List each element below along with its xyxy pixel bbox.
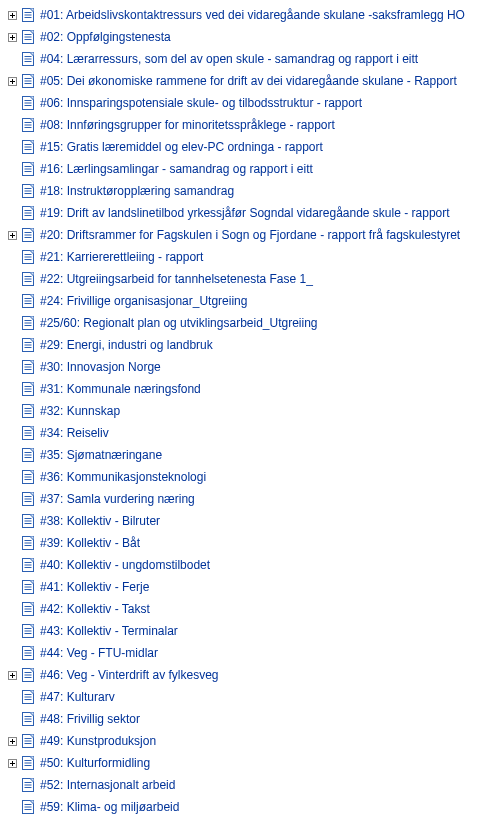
tree-item-label[interactable]: #36: Kommunikasjonsteknologi <box>40 466 206 488</box>
tree-item-label[interactable]: #04: Lærarressurs, som del av open skule… <box>40 48 418 70</box>
tree-item-label[interactable]: #34: Reiseliv <box>40 422 109 444</box>
expand-toggle <box>4 535 20 551</box>
tree-item: #44: Veg - FTU-midlar <box>4 642 496 664</box>
tree-item-label[interactable]: #32: Kunnskap <box>40 400 120 422</box>
expand-toggle <box>4 95 20 111</box>
expand-toggle[interactable] <box>4 733 20 749</box>
document-tree: #01: Arbeidslivskontaktressurs ved dei v… <box>4 4 496 814</box>
tree-item-label[interactable]: #20: Driftsrammer for Fagskulen i Sogn o… <box>40 224 460 246</box>
document-icon <box>20 777 36 793</box>
tree-item-label[interactable]: #08: Innføringsgrupper for minoritetsspr… <box>40 114 335 136</box>
tree-item-label[interactable]: #40: Kollektiv - ungdomstilbodet <box>40 554 210 576</box>
tree-item: #36: Kommunikasjonsteknologi <box>4 466 496 488</box>
tree-item-label[interactable]: #50: Kulturformidling <box>40 752 150 774</box>
tree-item: #34: Reiseliv <box>4 422 496 444</box>
tree-item-label[interactable]: #01: Arbeidslivskontaktressurs ved dei v… <box>40 4 465 26</box>
plus-icon <box>8 759 17 768</box>
document-icon <box>20 667 36 683</box>
document-icon <box>20 469 36 485</box>
tree-item-label[interactable]: #42: Kollektiv - Takst <box>40 598 150 620</box>
document-icon <box>20 689 36 705</box>
expand-toggle <box>4 381 20 397</box>
expand-toggle <box>4 117 20 133</box>
tree-item-label[interactable]: #21: Karriererettleiing - rapport <box>40 246 203 268</box>
expand-toggle[interactable] <box>4 755 20 771</box>
tree-item-label[interactable]: #25/60: Regionalt plan og utviklingsarbe… <box>40 312 318 334</box>
plus-icon <box>8 231 17 240</box>
tree-item-label[interactable]: #06: Innsparingspotensiale skule- og til… <box>40 92 362 114</box>
tree-item-label[interactable]: #18: Instruktøropplæring samandrag <box>40 180 234 202</box>
document-icon <box>20 711 36 727</box>
tree-item-label[interactable]: #47: Kulturarv <box>40 686 115 708</box>
tree-item-label[interactable]: #46: Veg - Vinterdrift av fylkesveg <box>40 664 219 686</box>
tree-item-label[interactable]: #39: Kollektiv - Båt <box>40 532 140 554</box>
expand-toggle <box>4 205 20 221</box>
tree-item-label[interactable]: #05: Dei økonomiske rammene for drift av… <box>40 70 457 92</box>
tree-item: #49: Kunstproduksjon <box>4 730 496 752</box>
tree-item: #50: Kulturformidling <box>4 752 496 774</box>
tree-item-label[interactable]: #37: Samla vurdering næring <box>40 488 195 510</box>
tree-item-label[interactable]: #43: Kollektiv - Terminalar <box>40 620 178 642</box>
tree-item-label[interactable]: #44: Veg - FTU-midlar <box>40 642 158 664</box>
tree-item-label[interactable]: #30: Innovasjon Norge <box>40 356 161 378</box>
tree-item-label[interactable]: #52: Internasjonalt arbeid <box>40 774 175 796</box>
tree-item-label[interactable]: #35: Sjømatnæringane <box>40 444 162 466</box>
tree-item: #48: Frivillig sektor <box>4 708 496 730</box>
document-icon <box>20 491 36 507</box>
tree-item-label[interactable]: #02: Oppfølgingstenesta <box>40 26 171 48</box>
expand-toggle[interactable] <box>4 667 20 683</box>
document-icon <box>20 139 36 155</box>
tree-item-label[interactable]: #22: Utgreiingsarbeid for tannhelsetenes… <box>40 268 313 290</box>
document-icon <box>20 557 36 573</box>
tree-item-label[interactable]: #29: Energi, industri og landbruk <box>40 334 213 356</box>
expand-toggle <box>4 777 20 793</box>
tree-item: #20: Driftsrammer for Fagskulen i Sogn o… <box>4 224 496 246</box>
tree-item-label[interactable]: #15: Gratis læremiddel og elev-PC ordnin… <box>40 136 323 158</box>
tree-item: #40: Kollektiv - ungdomstilbodet <box>4 554 496 576</box>
tree-item: #16: Lærlingsamlingar - samandrag og rap… <box>4 158 496 180</box>
tree-item-label[interactable]: #38: Kollektiv - Bilruter <box>40 510 160 532</box>
expand-toggle <box>4 711 20 727</box>
tree-item-label[interactable]: #24: Frivillige organisasjonar_Utgreiing <box>40 290 247 312</box>
tree-item-label[interactable]: #59: Klima- og miljøarbeid <box>40 796 179 814</box>
tree-item: #35: Sjømatnæringane <box>4 444 496 466</box>
tree-item-label[interactable]: #49: Kunstproduksjon <box>40 730 156 752</box>
tree-item: #18: Instruktøropplæring samandrag <box>4 180 496 202</box>
expand-toggle <box>4 161 20 177</box>
tree-item: #24: Frivillige organisasjonar_Utgreiing <box>4 290 496 312</box>
tree-item: #52: Internasjonalt arbeid <box>4 774 496 796</box>
tree-item: #41: Kollektiv - Ferje <box>4 576 496 598</box>
expand-toggle[interactable] <box>4 227 20 243</box>
expand-toggle[interactable] <box>4 73 20 89</box>
expand-toggle <box>4 249 20 265</box>
tree-item-label[interactable]: #16: Lærlingsamlingar - samandrag og rap… <box>40 158 313 180</box>
expand-toggle[interactable] <box>4 7 20 23</box>
tree-item: #29: Energi, industri og landbruk <box>4 334 496 356</box>
tree-item-label[interactable]: #19: Drift av landslinetilbod yrkessjåfø… <box>40 202 450 224</box>
tree-item: #19: Drift av landslinetilbod yrkessjåfø… <box>4 202 496 224</box>
document-icon <box>20 623 36 639</box>
expand-toggle <box>4 139 20 155</box>
document-icon <box>20 579 36 595</box>
tree-item-label[interactable]: #31: Kommunale næringsfond <box>40 378 201 400</box>
tree-item-label[interactable]: #41: Kollektiv - Ferje <box>40 576 149 598</box>
tree-item-label[interactable]: #48: Frivillig sektor <box>40 708 140 730</box>
expand-toggle <box>4 799 20 814</box>
expand-toggle <box>4 293 20 309</box>
expand-toggle <box>4 403 20 419</box>
document-icon <box>20 447 36 463</box>
document-icon <box>20 337 36 353</box>
tree-item: #21: Karriererettleiing - rapport <box>4 246 496 268</box>
tree-item: #42: Kollektiv - Takst <box>4 598 496 620</box>
tree-item: #01: Arbeidslivskontaktressurs ved dei v… <box>4 4 496 26</box>
document-icon <box>20 733 36 749</box>
expand-toggle <box>4 645 20 661</box>
document-icon <box>20 205 36 221</box>
expand-toggle[interactable] <box>4 29 20 45</box>
expand-toggle <box>4 689 20 705</box>
tree-item: #31: Kommunale næringsfond <box>4 378 496 400</box>
tree-item: #30: Innovasjon Norge <box>4 356 496 378</box>
expand-toggle <box>4 315 20 331</box>
expand-toggle <box>4 601 20 617</box>
tree-item: #39: Kollektiv - Båt <box>4 532 496 554</box>
